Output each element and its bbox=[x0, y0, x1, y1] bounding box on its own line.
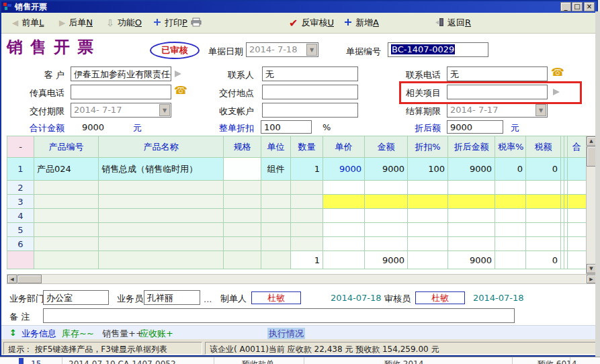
maximize-button[interactable]: □ bbox=[572, 2, 583, 11]
table-row: 5 bbox=[7, 223, 587, 237]
dept-label: 业务部门 bbox=[9, 293, 44, 305]
doc-no-input[interactable]: BC-1407-0029 bbox=[388, 42, 488, 57]
customer-lookup-icon[interactable] bbox=[175, 71, 181, 77]
prev-doc-button[interactable]: ◀ 前单L bbox=[12, 15, 44, 30]
stock-status: 库存~~ bbox=[62, 328, 94, 340]
row-number-cell[interactable]: 1 bbox=[7, 158, 34, 181]
column-header: 单位 bbox=[261, 136, 291, 158]
return-button[interactable]: 返回R bbox=[435, 15, 471, 30]
doc-date-label: 单据日期 bbox=[208, 46, 243, 58]
tax-cell[interactable]: 0 bbox=[526, 158, 561, 181]
tax-rate-cell[interactable]: 0 bbox=[495, 158, 526, 181]
creator-name-badge: 杜敏 bbox=[251, 291, 301, 304]
highlighted-cell[interactable] bbox=[526, 195, 561, 209]
table-row: 4 bbox=[7, 209, 587, 223]
customer-input[interactable]: 伊春五加参药业有限责任公 bbox=[71, 66, 171, 81]
sort-arrows-icon[interactable]: ↕ bbox=[9, 328, 17, 338]
table-header-row: - 产品编号 产品名称 规格 单位 数量 单价 金额 折扣% 折后金额 税率% … bbox=[7, 136, 587, 158]
delivery-place-input[interactable] bbox=[262, 85, 358, 99]
scroll-up-icon[interactable]: ▲ bbox=[587, 136, 596, 146]
column-header: 折扣% bbox=[408, 136, 448, 158]
highlighted-cell[interactable] bbox=[365, 195, 408, 209]
receivable-status: 应收账+ bbox=[140, 328, 173, 340]
summary-discounted: 9000 bbox=[448, 251, 495, 269]
function-button[interactable]: ⇩ 功能O bbox=[106, 15, 142, 30]
minimize-button[interactable]: _ bbox=[560, 2, 571, 11]
remark-label: 备 注 bbox=[9, 311, 30, 323]
row-number-cell[interactable]: 3 bbox=[7, 195, 34, 209]
discounted-amount-input[interactable]: 9000 bbox=[447, 120, 503, 134]
discounted-cell[interactable]: 9000 bbox=[448, 158, 495, 181]
column-header: 规格 bbox=[224, 136, 261, 158]
add-new-button[interactable]: 新增A bbox=[344, 15, 379, 30]
highlighted-cell[interactable] bbox=[448, 195, 495, 209]
status-balance: 该企业( A0011)当前 应收款 22,438 元 预收款 154,259.0… bbox=[205, 342, 596, 355]
status-hint: 提示： 按F5键选择产品，F3键显示单据列表 bbox=[3, 342, 202, 355]
spec-cell[interactable] bbox=[224, 158, 261, 181]
scroll-left-icon[interactable]: ◀ bbox=[7, 275, 17, 283]
execution-link[interactable]: 执行情况 bbox=[267, 328, 305, 340]
row-number-cell[interactable]: 6 bbox=[7, 237, 34, 251]
unaudit-button[interactable]: ✔ 反审核U bbox=[289, 15, 334, 30]
horizontal-scrollbar[interactable]: ◀ ▶ bbox=[7, 274, 597, 284]
creator-label: 制单人 bbox=[220, 293, 247, 305]
summary-amount: 9000 bbox=[365, 251, 408, 269]
amount-cell[interactable]: 9000 bbox=[365, 158, 408, 181]
scroll-right-icon[interactable]: ▶ bbox=[587, 275, 596, 283]
fax-input[interactable] bbox=[71, 85, 171, 99]
account-input[interactable] bbox=[262, 103, 358, 118]
qty-cell[interactable]: 1 bbox=[291, 158, 323, 181]
chevron-down-icon[interactable]: ▼ bbox=[159, 104, 170, 116]
exit-door-icon bbox=[435, 17, 444, 29]
column-header: 合 bbox=[568, 136, 587, 158]
sales-invoice-window: 销售开票 _ □ × ◀ 前单L ▶ 后单N ⇩ 功能O 打印P bbox=[0, 0, 598, 357]
close-button[interactable]: × bbox=[584, 2, 595, 11]
bg-row-col4: 预收 2014 bbox=[384, 358, 423, 364]
column-header: 产品名称 bbox=[99, 136, 224, 158]
chevron-down-icon[interactable]: ▼ bbox=[306, 44, 317, 56]
contact-input[interactable]: 无 bbox=[262, 66, 358, 81]
highlighted-cell[interactable] bbox=[495, 195, 526, 209]
next-icon: ▶ bbox=[59, 18, 65, 28]
column-header: - bbox=[7, 136, 34, 158]
highlighted-cell[interactable] bbox=[408, 195, 448, 209]
whole-discount-label: 整单折扣 bbox=[210, 122, 254, 134]
window-edge bbox=[595, 11, 600, 357]
bg-row-number: 15 bbox=[31, 358, 41, 364]
settle-deadline-combo[interactable]: 2014- 7-17 ▼ bbox=[447, 103, 548, 118]
summary-qty: 1 bbox=[291, 251, 323, 269]
more-button[interactable]: ... bbox=[204, 294, 212, 304]
dept-input[interactable]: 办公室 bbox=[43, 290, 109, 305]
salesman-input[interactable]: 孔祥丽 bbox=[144, 290, 200, 305]
remark-input[interactable] bbox=[43, 308, 515, 323]
doc-date-combo[interactable]: 2014- 7-18 ▼ bbox=[246, 42, 318, 57]
delivery-deadline-combo[interactable]: 2014- 7-17 ▼ bbox=[71, 103, 171, 118]
discount-pct-cell[interactable]: 100 bbox=[408, 158, 448, 181]
row-number-cell[interactable]: 4 bbox=[7, 209, 34, 223]
print-button[interactable]: 打印P bbox=[153, 15, 203, 30]
row-number-cell[interactable]: 5 bbox=[7, 223, 34, 237]
next-doc-button[interactable]: ▶ 后单N bbox=[59, 15, 93, 30]
scroll-down-icon[interactable]: ▼ bbox=[587, 264, 596, 273]
summary-row: 1 9000 9000 0 bbox=[7, 251, 587, 269]
row-number-cell[interactable]: 2 bbox=[7, 181, 34, 195]
column-header: 数量 bbox=[291, 136, 323, 158]
total-amount-unit: 元 bbox=[133, 122, 142, 134]
creator-date: 2014-07-18 bbox=[331, 293, 382, 303]
contact-phone-input[interactable]: 无 bbox=[447, 66, 548, 81]
toolbar: ◀ 前单L ▶ 后单N ⇩ 功能O 打印P ✔ bbox=[1, 13, 597, 34]
auditor-date: 2014-07-18 bbox=[473, 293, 524, 303]
chevron-down-icon[interactable]: ▼ bbox=[535, 104, 546, 116]
business-info-link[interactable]: 业务信息 bbox=[22, 328, 56, 340]
table-row: 3 bbox=[7, 195, 587, 209]
scrollbar-thumb[interactable] bbox=[587, 146, 596, 167]
whole-discount-input[interactable]: 100 bbox=[261, 120, 312, 134]
highlighted-cell[interactable] bbox=[323, 195, 365, 209]
product-code-cell[interactable]: 产品024 bbox=[34, 158, 99, 181]
scrollbar-thumb[interactable] bbox=[17, 275, 42, 283]
unit-cell[interactable]: 组件 bbox=[261, 158, 291, 181]
price-cell[interactable]: 9000 bbox=[323, 158, 365, 181]
phone-icon[interactable]: ☎ bbox=[174, 85, 187, 96]
phone-icon[interactable]: ☎ bbox=[551, 67, 564, 78]
product-name-cell[interactable]: 销售总成（销售临时用） bbox=[99, 158, 224, 181]
